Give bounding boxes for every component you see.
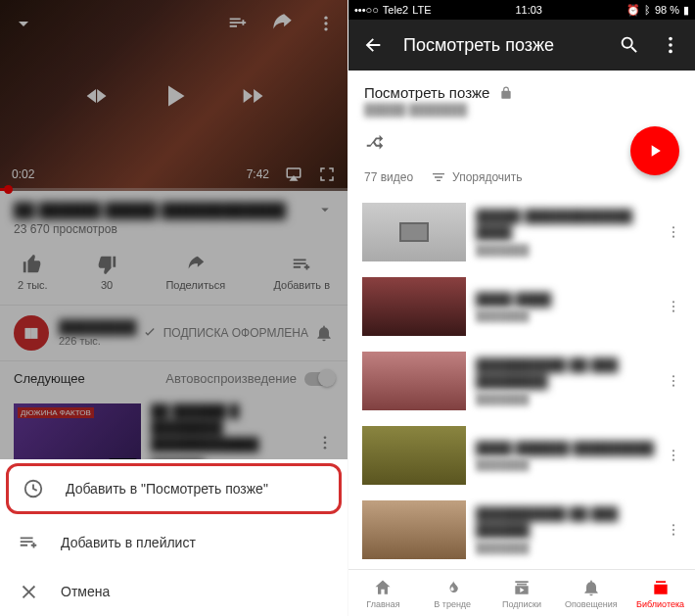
more-vert-icon[interactable] <box>316 14 336 33</box>
channel-row[interactable]: ██ ████████ 226 тыс. ПОДПИСКА ОФОРМЛЕНА <box>0 305 348 361</box>
signal-icon: •••○○ <box>354 4 379 16</box>
svg-point-21 <box>672 454 674 456</box>
thumb-down-icon <box>96 254 117 275</box>
battery-pct: 98 % <box>655 4 679 16</box>
svg-point-6 <box>324 447 327 450</box>
svg-point-19 <box>672 385 674 387</box>
sort-button[interactable]: Упорядочить <box>431 169 522 185</box>
lock-icon <box>499 86 513 100</box>
more-vert-icon[interactable] <box>666 224 681 240</box>
share-icon <box>185 254 207 275</box>
add-to-button[interactable]: Добавить в <box>273 254 330 291</box>
playlist-add-icon <box>291 254 312 275</box>
next-title: ██ ██████ █ ████████ ████████████ <box>151 403 306 453</box>
svg-point-15 <box>672 306 674 308</box>
network: LTE <box>412 4 431 16</box>
svg-point-2 <box>324 27 327 30</box>
search-icon[interactable] <box>619 34 640 56</box>
skip-forward-icon[interactable] <box>239 82 266 110</box>
status-bar: •••○○ Tele2 LTE 11:03 ⏰ ᛒ 98 % ▮ <box>348 0 695 20</box>
thumbnail <box>362 352 466 410</box>
add-to-queue-icon[interactable] <box>226 13 248 34</box>
nav-inbox[interactable]: Оповещения <box>556 570 626 616</box>
video-player[interactable]: 0:02 7:42 <box>0 0 348 191</box>
bottom-nav: Главная В тренде Подписки Оповещения Биб… <box>348 569 695 616</box>
avatar: ██ <box>14 315 49 351</box>
skip-back-icon[interactable] <box>82 82 110 110</box>
thumbnail <box>362 500 466 559</box>
svg-point-5 <box>324 442 327 445</box>
svg-point-11 <box>672 226 674 228</box>
dislike-button[interactable]: 30 <box>96 254 117 291</box>
airplay-icon[interactable] <box>285 166 302 183</box>
nav-home[interactable]: Главная <box>348 570 418 616</box>
progress-bar[interactable] <box>0 188 348 191</box>
svg-point-17 <box>672 375 674 377</box>
thumb-up-icon <box>22 254 43 275</box>
shuffle-icon[interactable] <box>364 132 386 154</box>
nav-library[interactable]: Библиотека <box>626 570 695 616</box>
video-list: █████ ████████████ ███████████ ████ ████… <box>348 195 695 616</box>
clock-icon <box>23 478 44 499</box>
list-item[interactable]: ██████████ ██ ███ ███████████████ <box>348 344 695 418</box>
current-time: 0:02 <box>12 167 34 181</box>
svg-point-18 <box>672 380 674 382</box>
share-arrow-icon[interactable] <box>269 11 295 36</box>
cancel-option[interactable]: Отмена <box>0 567 348 616</box>
playlist-title: Посмотреть позже <box>364 84 489 101</box>
check-icon <box>142 325 158 341</box>
add-playlist-option[interactable]: Добавить в плейлист <box>0 518 348 567</box>
svg-point-16 <box>672 310 674 312</box>
app-header: Посмотреть позже <box>348 20 695 71</box>
svg-point-0 <box>324 17 327 20</box>
carrier: Tele2 <box>383 4 408 16</box>
play-all-fab[interactable] <box>630 126 679 175</box>
autoplay-toggle[interactable] <box>304 372 334 386</box>
svg-point-13 <box>672 236 674 238</box>
svg-point-9 <box>669 43 672 47</box>
more-vert-icon[interactable] <box>660 34 681 56</box>
svg-point-8 <box>669 37 672 41</box>
back-icon[interactable] <box>362 34 384 56</box>
video-count: 77 видео <box>364 170 413 184</box>
svg-point-22 <box>672 459 674 461</box>
up-next-label: Следующее <box>14 371 85 386</box>
channel-name: ████████ <box>59 319 136 335</box>
like-button[interactable]: 2 тыс. <box>18 254 48 291</box>
bell-icon[interactable] <box>314 323 334 343</box>
svg-point-25 <box>672 534 674 536</box>
svg-point-14 <box>672 301 674 303</box>
header-title: Посмотреть позже <box>403 35 599 56</box>
svg-point-10 <box>669 50 672 54</box>
playlist-add-icon <box>18 532 39 553</box>
fullscreen-icon[interactable] <box>318 166 336 183</box>
video-title: ██ ██████ █████ ████████████ <box>14 202 286 218</box>
bluetooth-icon: ᛒ <box>644 4 651 16</box>
share-button[interactable]: Поделиться <box>165 254 225 291</box>
more-vert-icon[interactable] <box>666 373 681 389</box>
expand-icon[interactable] <box>316 201 334 218</box>
thumbnail <box>362 426 466 485</box>
nav-subscriptions[interactable]: Подписки <box>487 570 557 616</box>
sort-icon <box>431 169 446 185</box>
svg-point-20 <box>672 450 674 451</box>
list-item[interactable]: ████ ██████ ████████████████ <box>348 418 695 493</box>
list-item[interactable]: █████ ████████████ ███████████ <box>348 195 695 269</box>
svg-point-1 <box>324 22 327 24</box>
list-item[interactable]: ████ ███████████ <box>348 269 695 344</box>
more-vert-icon[interactable] <box>666 522 681 538</box>
list-item[interactable]: ██████████ ██ ███ █████████████ <box>348 493 695 567</box>
more-vert-icon[interactable] <box>666 299 681 314</box>
watch-later-option[interactable]: Добавить в "Посмотреть позже" <box>6 463 342 514</box>
nav-trending[interactable]: В тренде <box>418 570 487 616</box>
chevron-down-icon[interactable] <box>12 12 35 35</box>
svg-point-24 <box>672 529 674 531</box>
svg-point-4 <box>324 437 327 440</box>
play-icon[interactable] <box>157 78 192 114</box>
duration: 7:42 <box>247 167 269 181</box>
bottom-sheet: Добавить в "Посмотреть позже" Добавить в… <box>0 459 348 616</box>
view-count: 23 670 просмотров <box>14 222 334 236</box>
thumbnail <box>362 203 466 261</box>
more-vert-icon[interactable] <box>666 448 681 463</box>
subscriber-count: 226 тыс. <box>59 335 136 347</box>
